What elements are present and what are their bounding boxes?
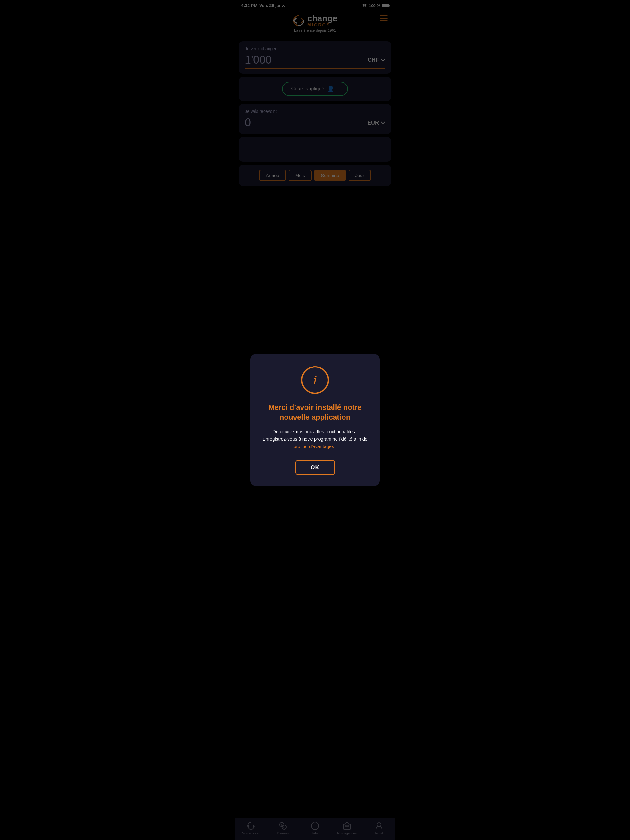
modal-body-line2: Enregistrez-vous à notre programme fidél…	[263, 436, 367, 442]
welcome-modal: i Merci d'avoir installé notre nouvelle …	[250, 354, 380, 486]
modal-body-line3: !	[335, 444, 337, 449]
modal-overlay: i Merci d'avoir installé notre nouvelle …	[235, 0, 395, 840]
modal-info-icon: i	[301, 366, 329, 394]
modal-advantages-link[interactable]: profiter d'avantages	[293, 444, 334, 449]
modal-title: Merci d'avoir installé notre nouvelle ap…	[260, 403, 370, 422]
modal-ok-button[interactable]: OK	[295, 460, 335, 475]
modal-body: Découvrez nos nouvelles fonctionnalités …	[260, 428, 370, 450]
info-letter: i	[313, 374, 317, 387]
modal-body-line1: Découvrez nos nouvelles fonctionnalités …	[272, 429, 358, 434]
